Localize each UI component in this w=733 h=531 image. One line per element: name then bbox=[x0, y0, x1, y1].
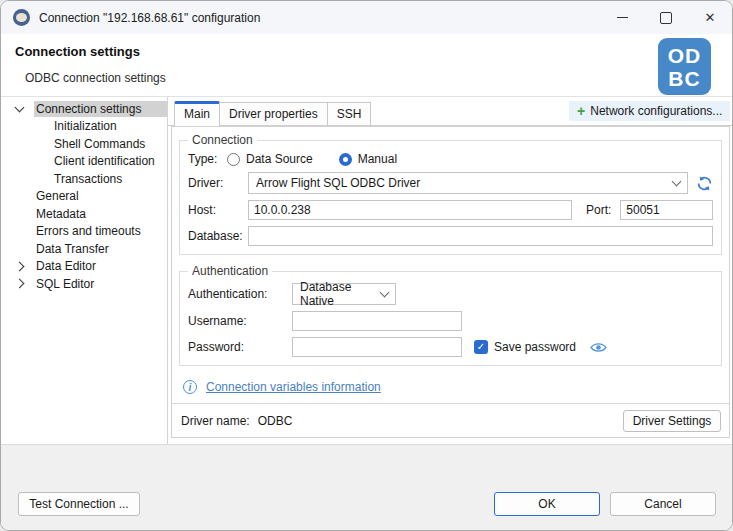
save-password-label: Save password bbox=[494, 340, 576, 354]
driver-name-row: Driver name: ODBC Driver Settings bbox=[172, 404, 729, 432]
plus-icon: + bbox=[577, 105, 585, 117]
dialog-header: Connection settings ODBC connection sett… bbox=[1, 34, 732, 97]
connection-group: Connection Type: Data Source Manual bbox=[179, 133, 722, 255]
host-row: Host: Port: bbox=[188, 200, 713, 220]
tab-main[interactable]: Main bbox=[174, 101, 220, 126]
authentication-select[interactable]: Database Native bbox=[292, 283, 396, 305]
tree-item-data-editor[interactable]: Data Editor bbox=[1, 258, 167, 276]
driver-name-label: Driver name: bbox=[181, 414, 250, 428]
tree-item-data-transfer[interactable]: Data Transfer bbox=[1, 240, 167, 258]
close-icon: ✕ bbox=[705, 10, 716, 25]
tree-item-general[interactable]: General bbox=[1, 188, 167, 206]
chevron-down-icon bbox=[380, 288, 390, 298]
window-title: Connection "192.168.68.61" configuration bbox=[39, 11, 260, 25]
main-panel: Main Driver properties SSH + Network con… bbox=[168, 97, 733, 444]
username-row: Username: bbox=[188, 311, 713, 331]
minimize-button[interactable] bbox=[600, 1, 644, 34]
network-configurations-label: Network configurations... bbox=[590, 104, 722, 118]
titlebar[interactable]: Connection "192.168.68.61" configuration… bbox=[1, 1, 732, 34]
driver-name-value: ODBC bbox=[258, 414, 293, 428]
refresh-drivers-icon[interactable] bbox=[696, 175, 713, 192]
network-configurations-link[interactable]: + Network configurations... bbox=[569, 101, 730, 121]
tab-driver-properties[interactable]: Driver properties bbox=[219, 102, 328, 125]
connection-group-title: Connection bbox=[188, 133, 257, 147]
authentication-label: Authentication: bbox=[188, 287, 292, 301]
database-label: Database: bbox=[188, 229, 248, 243]
connection-variables-row: i Connection variables information bbox=[183, 380, 721, 394]
driver-row: Driver: Arrow Flight SQL ODBC Driver bbox=[188, 172, 713, 194]
ok-cancel-group: OK Cancel bbox=[494, 492, 716, 516]
tab-content-main: Connection Type: Data Source Manual bbox=[171, 126, 730, 438]
username-label: Username: bbox=[188, 314, 292, 328]
odbc-logo-line2: BC bbox=[668, 67, 700, 90]
port-input[interactable] bbox=[620, 200, 713, 220]
tree-item-shell-commands[interactable]: Shell Commands bbox=[1, 135, 167, 153]
password-input[interactable] bbox=[292, 337, 462, 357]
cancel-button[interactable]: Cancel bbox=[610, 492, 716, 516]
maximize-button[interactable] bbox=[644, 1, 688, 34]
chevron-down-icon bbox=[672, 177, 682, 187]
tree-item-sql-editor[interactable]: SQL Editor bbox=[1, 275, 167, 293]
check-icon: ✓ bbox=[477, 342, 485, 352]
app-icon bbox=[13, 9, 30, 26]
tree-item-initialization[interactable]: Initialization bbox=[1, 118, 167, 136]
window-controls: ✕ bbox=[600, 1, 732, 34]
show-password-eye-icon[interactable] bbox=[590, 341, 607, 354]
driver-settings-button[interactable]: Driver Settings bbox=[623, 410, 722, 432]
password-row: Password: ✓ Save password bbox=[188, 337, 713, 357]
radio-data-source-label: Data Source bbox=[246, 152, 313, 166]
ok-button[interactable]: OK bbox=[494, 492, 600, 516]
tree-item-errors-and-timeouts[interactable]: Errors and timeouts bbox=[1, 223, 167, 241]
radio-circle-selected-icon bbox=[339, 153, 352, 166]
host-input[interactable] bbox=[248, 200, 572, 220]
driver-label: Driver: bbox=[188, 176, 248, 190]
tree-item-client-identification[interactable]: Client identification bbox=[1, 153, 167, 171]
tree-item-metadata[interactable]: Metadata bbox=[1, 205, 167, 223]
tree-item-connection-settings[interactable]: Connection settings bbox=[1, 100, 167, 118]
test-connection-button[interactable]: Test Connection ... bbox=[18, 492, 140, 516]
maximize-icon bbox=[660, 12, 672, 24]
chevron-down-icon[interactable] bbox=[14, 106, 34, 111]
dialog-body: Connection settings Initialization Shell… bbox=[1, 97, 732, 444]
minimize-icon bbox=[617, 17, 628, 19]
host-label: Host: bbox=[188, 203, 248, 217]
settings-tree: Connection settings Initialization Shell… bbox=[1, 97, 168, 444]
authentication-row: Authentication: Database Native bbox=[188, 283, 713, 305]
radio-manual-label: Manual bbox=[358, 152, 397, 166]
type-row: Type: Data Source Manual bbox=[188, 152, 713, 166]
authentication-group-title: Authentication bbox=[188, 264, 272, 278]
page-title: Connection settings bbox=[15, 44, 140, 59]
type-label: Type: bbox=[188, 152, 227, 166]
driver-select-value: Arrow Flight SQL ODBC Driver bbox=[256, 176, 420, 190]
connection-variables-link[interactable]: Connection variables information bbox=[206, 380, 381, 394]
info-icon: i bbox=[183, 380, 197, 394]
radio-circle-icon bbox=[227, 153, 240, 166]
authentication-group: Authentication Authentication: Database … bbox=[179, 264, 722, 366]
close-button[interactable]: ✕ bbox=[688, 1, 732, 34]
radio-manual[interactable]: Manual bbox=[339, 152, 397, 166]
authentication-select-value: Database Native bbox=[300, 280, 381, 308]
tab-ssh[interactable]: SSH bbox=[327, 102, 372, 125]
username-input[interactable] bbox=[292, 311, 462, 331]
chevron-right-icon[interactable] bbox=[14, 263, 34, 270]
dialog-button-bar: Test Connection ... OK Cancel bbox=[1, 444, 732, 530]
tab-strip: Main Driver properties SSH + Network con… bbox=[168, 97, 733, 126]
connection-config-dialog: Connection "192.168.68.61" configuration… bbox=[0, 0, 733, 531]
database-row: Database: bbox=[188, 226, 713, 246]
tree-item-transactions[interactable]: Transactions bbox=[1, 170, 167, 188]
page-subtitle: ODBC connection settings bbox=[25, 71, 166, 85]
port-label: Port: bbox=[586, 203, 611, 217]
odbc-logo: OD BC bbox=[658, 38, 711, 95]
driver-select[interactable]: Arrow Flight SQL ODBC Driver bbox=[248, 172, 688, 194]
database-input[interactable] bbox=[248, 226, 713, 246]
odbc-logo-line1: OD bbox=[668, 44, 702, 67]
chevron-right-icon[interactable] bbox=[14, 280, 34, 287]
radio-data-source[interactable]: Data Source bbox=[227, 152, 313, 166]
save-password-checkbox[interactable]: ✓ bbox=[474, 340, 488, 354]
password-label: Password: bbox=[188, 340, 292, 354]
